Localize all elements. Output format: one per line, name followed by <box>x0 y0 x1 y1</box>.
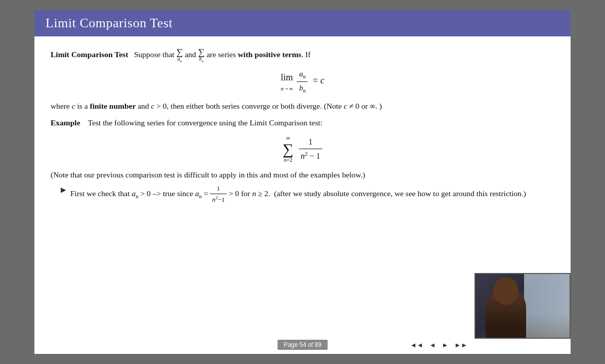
nav-prev-button[interactable]: ◄ <box>427 340 438 350</box>
slide-container: Limit Comparison Test Limit Comparison T… <box>34 10 571 354</box>
series-frac: 1 n2 − 1 <box>299 136 323 162</box>
example-text: Test the following series for convergenc… <box>88 118 323 127</box>
bullet-arrow-icon: ▶ <box>61 185 66 195</box>
page-indicator: Page 54 of 89 <box>278 340 328 350</box>
an-over-bn: an bn <box>297 68 308 95</box>
definition-label: Limit Comparison Test <box>51 50 128 59</box>
bullet-frac: 1 n2−1 <box>210 184 227 205</box>
window-background <box>524 274 570 339</box>
example-label: Example <box>51 118 80 127</box>
webcam-inner <box>476 274 570 338</box>
and-text: and <box>185 50 198 59</box>
slide-header: Limit Comparison Test <box>34 10 571 36</box>
bullet-item-1: ▶ First we check that an > 0 –> true sin… <box>61 184 554 205</box>
note-text: (Note that our previous comparison test … <box>51 170 365 179</box>
sum-an-inline: ∑ an <box>176 48 183 63</box>
sum-symbol-block: ∞ ∑ n=2 <box>283 134 293 164</box>
definition-text1: Suppose that <box>134 50 177 59</box>
nav-next-button[interactable]: ► <box>440 340 450 350</box>
bullet-1-text: First we check that an > 0 –> true since… <box>70 184 554 205</box>
bullet-list: ▶ First we check that an > 0 –> true sin… <box>51 184 554 205</box>
series-formula: ∞ ∑ n=2 1 n2 − 1 <box>51 134 554 164</box>
webcam-overlay <box>474 273 571 339</box>
person-head <box>493 277 518 305</box>
lim-symbol: lim n→∞ <box>281 71 293 93</box>
note-block: (Note that our previous comparison test … <box>51 169 554 180</box>
where-text: where c is a finite number and c > 0, th… <box>51 102 382 110</box>
equals-c: = c <box>313 75 324 85</box>
example-block: Example Test the following series for co… <box>51 117 554 128</box>
c-condition: where c is a finite number and c > 0, th… <box>51 100 554 112</box>
definition-text3: are series with positive terms. If <box>206 50 311 59</box>
limit-formula: lim n→∞ an bn = c <box>51 68 554 95</box>
slide-title: Limit Comparison Test <box>46 16 172 31</box>
nav-controls[interactable]: ◄◄ ◄ ► ►► <box>408 340 469 350</box>
nav-first-button[interactable]: ◄◄ <box>408 340 425 350</box>
page-number: Page 54 of 89 <box>284 341 322 348</box>
sum-bn-inline: ∑ bn <box>198 48 204 63</box>
nav-last-button[interactable]: ►► <box>452 340 469 350</box>
definition-block: Limit Comparison Test Suppose that ∑ an … <box>51 48 554 63</box>
